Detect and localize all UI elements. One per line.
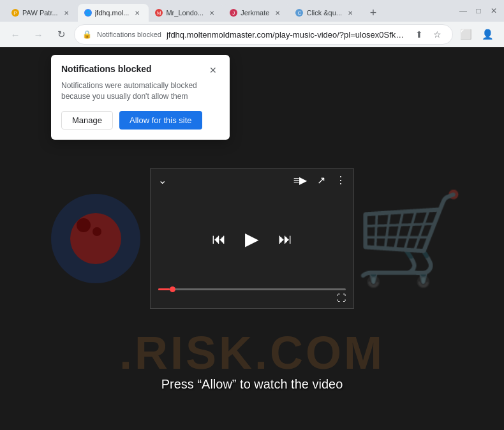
- popup-close-button[interactable]: ✕: [207, 64, 219, 77]
- more-options-icon[interactable]: ⋮: [336, 174, 346, 186]
- share-video-icon[interactable]: ↗: [317, 174, 325, 186]
- logo-dots2: [93, 227, 101, 236]
- bottom-row: ⛶: [158, 293, 346, 303]
- tab-jfdhq[interactable]: 🌐 jfdhq.mol... ✕: [78, 4, 149, 22]
- address-bar-actions: ⬆ ☆: [411, 27, 445, 42]
- cart-watermark-icon: 🛒: [354, 186, 466, 292]
- title-bar: P PAW Patr... ✕ 🌐 jfdhq.mol... ✕ M Mr_Lo…: [0, 0, 504, 22]
- notifications-popup: Notifications blocked ✕ Notifications we…: [51, 55, 230, 140]
- url-text: jfdhq.moltenmoldmaster.com/play-music-vi…: [167, 30, 406, 40]
- logo-circle: [51, 194, 140, 283]
- logo-inner: [70, 213, 121, 264]
- minimize-button[interactable]: —: [458, 6, 468, 16]
- tab-jerk-close[interactable]: ✕: [272, 8, 283, 18]
- video-top-controls: ⌄ ≡▶ ↗ ⋮: [151, 174, 353, 186]
- tab-click[interactable]: C Click &qu... ✕: [289, 4, 362, 22]
- tab-paw-title: PAW Patr...: [22, 9, 58, 17]
- bookmark-icon[interactable]: ☆: [429, 27, 445, 42]
- nav-bar: ← → ↻ 🔒 Notifications blocked jfdhq.molt…: [0, 22, 504, 47]
- tab-jfdhq-close[interactable]: ✕: [132, 8, 142, 18]
- share-icon[interactable]: ⬆: [411, 27, 427, 42]
- fullscreen-button[interactable]: ⛶: [337, 293, 346, 303]
- tab-jerkmate[interactable]: J Jerkmate ✕: [223, 4, 289, 22]
- video-center-controls: ⏮ ▶ ⏭: [212, 228, 292, 249]
- refresh-button[interactable]: ↻: [51, 24, 71, 45]
- progress-dot: [170, 286, 175, 292]
- tab-paw-close[interactable]: ✕: [61, 8, 71, 18]
- notifications-blocked-label: Notifications blocked: [97, 31, 161, 38]
- progress-bar[interactable]: [158, 288, 346, 290]
- tab-manager-button[interactable]: ⬜: [456, 24, 476, 45]
- risk-watermark-text: .RISK.COM: [119, 327, 385, 379]
- menu-button[interactable]: ⋮: [499, 24, 504, 45]
- video-bottom-controls: ⛶: [151, 288, 353, 303]
- maximize-button[interactable]: □: [473, 6, 484, 16]
- previous-track-button[interactable]: ⏮: [212, 230, 226, 247]
- tab-jfdhq-title: jfdhq.mol...: [95, 9, 130, 17]
- popup-title: Notifications blocked: [61, 64, 152, 74]
- tab-mr-favicon: M: [155, 9, 163, 17]
- tab-paw-favicon: P: [11, 9, 19, 17]
- playlist-icon[interactable]: ≡▶: [293, 174, 307, 186]
- tab-strip: P PAW Patr... ✕ 🌐 jfdhq.mol... ✕ M Mr_Lo…: [5, 0, 453, 22]
- video-player: ⌄ ≡▶ ↗ ⋮ ⏮ ▶ ⏭ ⛶: [150, 168, 354, 309]
- tab-mr-close[interactable]: ✕: [207, 8, 217, 18]
- next-track-button[interactable]: ⏭: [278, 230, 292, 247]
- page-content: .RISK.COM 🛒 ⌄ ≡▶ ↗ ⋮ ⏮ ▶ ⏭: [0, 47, 504, 430]
- tab-jerk-title: Jerkmate: [241, 9, 269, 17]
- chevron-down-icon[interactable]: ⌄: [158, 174, 167, 186]
- manage-button[interactable]: Manage: [61, 111, 113, 130]
- browser-window: P PAW Patr... ✕ 🌐 jfdhq.mol... ✕ M Mr_Lo…: [0, 0, 504, 430]
- tab-mr-london[interactable]: M Mr_Londo... ✕: [149, 4, 223, 22]
- back-button[interactable]: ←: [5, 24, 26, 45]
- tab-jfdhq-favicon: 🌐: [84, 9, 92, 17]
- tab-click-close[interactable]: ✕: [345, 8, 355, 18]
- nav-right-buttons: ⬜ 👤 ⋮: [456, 24, 504, 45]
- tab-paw-patrol[interactable]: P PAW Patr... ✕: [5, 4, 78, 22]
- tab-click-title: Click &qu...: [306, 9, 342, 17]
- lock-icon: 🔒: [82, 30, 92, 39]
- popup-body: Notifications were automatically blocked…: [61, 80, 219, 102]
- top-right-controls: ≡▶ ↗ ⋮: [293, 174, 346, 186]
- address-bar[interactable]: 🔒 Notifications blocked jfdhq.moltenmold…: [74, 24, 453, 45]
- window-controls: — □ ✕: [458, 6, 499, 16]
- tab-click-favicon: C: [295, 9, 303, 17]
- tab-jerk-favicon: J: [230, 9, 237, 17]
- forward-button[interactable]: →: [28, 24, 48, 45]
- progress-fill: [158, 288, 170, 290]
- popup-header: Notifications blocked ✕: [61, 64, 219, 77]
- tab-mr-title: Mr_Londo...: [166, 9, 204, 17]
- logo-dots: [77, 218, 91, 232]
- allow-button[interactable]: Allow for this site: [119, 111, 202, 130]
- profile-button[interactable]: 👤: [477, 24, 498, 45]
- video-caption: Press “Allow” to watch the video: [161, 377, 343, 392]
- play-button[interactable]: ▶: [245, 228, 259, 249]
- new-tab-button[interactable]: +: [364, 4, 382, 22]
- popup-actions: Manage Allow for this site: [61, 111, 219, 130]
- close-button[interactable]: ✕: [489, 6, 499, 16]
